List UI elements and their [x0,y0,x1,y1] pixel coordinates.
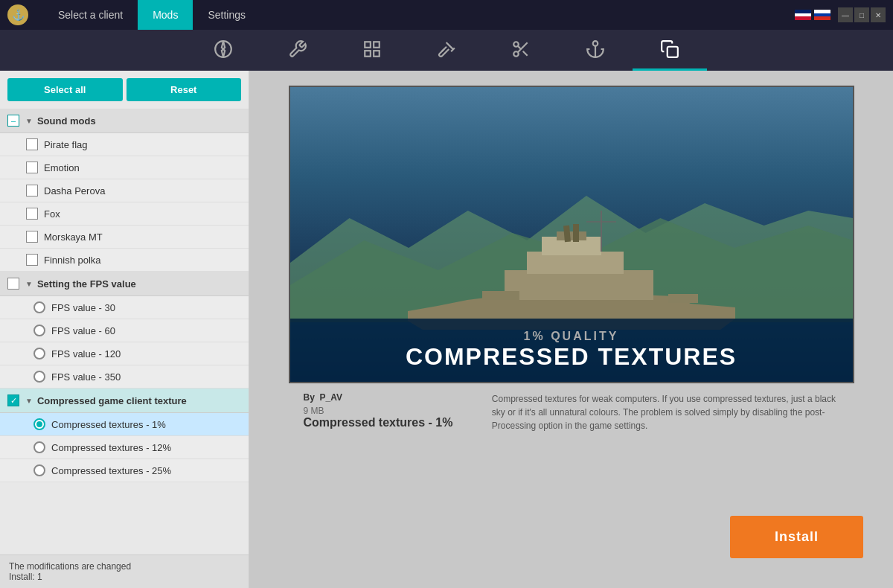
mod-author: By P_AV [304,392,477,403]
checkbox-emotion[interactable] [26,162,38,173]
nav-settings[interactable]: Settings [193,0,260,30]
radio-fps-350[interactable] [33,371,45,383]
mod-morskaya-mt-label: Morskaya MT [44,231,103,243]
radio-fps-30[interactable] [33,301,45,313]
chevron-compressed: ▼ [25,397,33,405]
fps-30[interactable]: FPS value - 30 [0,296,249,319]
svg-marker-2 [222,49,225,57]
preview-image: 1% QUALITY COMPRESSED TEXTURES [289,86,854,383]
category-compressed[interactable]: ✓ ▼ Compressed game client texture [0,389,249,413]
svg-rect-24 [482,291,519,300]
checkbox-compressed[interactable]: ✓ [7,394,19,406]
compressed-1-label: Compressed textures - 1% [51,419,166,430]
compressed-12[interactable]: Compressed textures - 12% [0,436,249,459]
mod-emotion-label: Emotion [44,162,80,173]
main-layout: Select all Reset – ▼ Sound mods Pirate f… [0,71,893,588]
app-logo: ⚓ [7,4,28,25]
mod-pirate-flag-label: Pirate flag [44,139,88,150]
select-all-button[interactable]: Select all [7,78,123,101]
title-bar: ⚓ Select a client Mods Settings — □ ✕ [0,0,893,30]
fps-350[interactable]: FPS value - 350 [0,365,249,389]
category-fps[interactable]: ▼ Setting the FPS value [0,272,249,296]
mod-dasha-perova-label: Dasha Perova [44,185,105,196]
checkbox-dasha-perova[interactable] [26,185,38,196]
mod-emotion[interactable]: Emotion [0,156,249,179]
svg-rect-14 [668,47,678,57]
svg-rect-4 [374,42,380,48]
tab-panel[interactable] [335,30,409,71]
mod-size: 9 MB [304,406,477,416]
svg-rect-3 [365,42,371,48]
fps-120-label: FPS value - 120 [51,348,121,359]
install-button[interactable]: Install [730,516,863,558]
language-flags [795,10,830,20]
window-controls: — □ ✕ [838,7,886,22]
mod-description: Compressed textures for weak computers. … [492,392,839,432]
radio-fps-120[interactable] [33,348,45,359]
radio-compressed-25[interactable] [33,464,45,476]
checkbox-fox[interactable] [26,208,38,220]
svg-marker-1 [222,41,225,49]
nav-select-client[interactable]: Select a client [43,0,138,30]
preview-text-area: 1% QUALITY COMPRESSED TEXTURES [290,319,853,382]
flag-ru[interactable] [814,10,830,20]
compressed-25-label: Compressed textures - 25% [51,465,171,476]
mod-morskaya-mt[interactable]: Morskaya MT [0,226,249,249]
checkbox-fps[interactable] [7,278,19,290]
mod-fox[interactable]: Fox [0,202,249,226]
tab-copy[interactable] [633,30,707,71]
checkbox-finnish-polka[interactable] [26,254,38,266]
mod-pirate-flag[interactable]: Pirate flag [0,133,249,156]
checkbox-morskaya-mt[interactable] [26,231,38,243]
tab-compass[interactable] [186,30,260,71]
tab-wrench[interactable] [260,30,335,71]
category-compressed-label: Compressed game client texture [37,395,187,406]
radio-compressed-12[interactable] [33,441,45,453]
mod-fox-label: Fox [44,208,60,220]
mod-finnish-polka-label: Finnish polka [44,255,101,266]
status-bar: The modifications are changed Install: 1 [0,555,249,588]
mod-display-name: Compressed textures - 1% [304,416,477,429]
mod-dasha-perova[interactable]: Dasha Perova [0,179,249,202]
svg-rect-21 [557,231,586,240]
fps-60-label: FPS value - 60 [51,325,115,336]
close-button[interactable]: ✕ [871,7,886,22]
svg-rect-6 [374,51,380,57]
svg-point-8 [513,51,519,57]
fps-120[interactable]: FPS value - 120 [0,342,249,365]
checkbox-sound-mods[interactable]: – [7,115,19,127]
compressed-25[interactable]: Compressed textures - 25% [0,459,249,482]
chevron-fps: ▼ [25,280,33,288]
fps-30-label: FPS value - 30 [51,302,115,313]
right-panel-inner: 1% QUALITY COMPRESSED TEXTURES By P_AV 9… [264,86,878,573]
tab-anchor[interactable] [558,30,633,71]
flag-uk[interactable] [795,10,811,20]
minimize-button[interactable]: — [838,7,853,22]
left-panel: Select all Reset – ▼ Sound mods Pirate f… [0,71,249,588]
mod-finnish-polka[interactable]: Finnish polka [0,249,249,272]
mod-info-left: By P_AV 9 MB Compressed textures - 1% [304,392,477,429]
compressed-1[interactable]: Compressed textures - 1% [0,413,249,436]
checkbox-pirate-flag[interactable] [26,138,38,150]
category-sound-mods[interactable]: – ▼ Sound mods [0,109,249,133]
svg-line-10 [523,51,528,56]
fps-60[interactable]: FPS value - 60 [0,319,249,342]
svg-rect-25 [668,294,698,303]
mod-list: – ▼ Sound mods Pirate flag Emotion Dasha… [0,109,249,555]
maximize-button[interactable]: □ [854,7,869,22]
category-sound-mods-label: Sound mods [37,115,96,127]
right-panel: 1% QUALITY COMPRESSED TEXTURES By P_AV 9… [249,71,893,588]
radio-fps-60[interactable] [33,325,45,336]
compressed-12-label: Compressed textures - 12% [51,442,171,453]
status-line-2: Install: 1 [9,572,240,582]
svg-point-12 [593,41,598,46]
svg-line-11 [518,46,521,49]
nav-mods[interactable]: Mods [138,0,193,30]
status-line-1: The modifications are changed [9,561,240,572]
reset-button[interactable]: Reset [127,78,242,101]
tab-hammer[interactable] [409,30,484,71]
chevron-sound-mods: ▼ [25,117,33,125]
radio-compressed-1[interactable] [33,418,45,430]
tab-scissors[interactable] [484,30,558,71]
svg-rect-18 [505,270,653,300]
